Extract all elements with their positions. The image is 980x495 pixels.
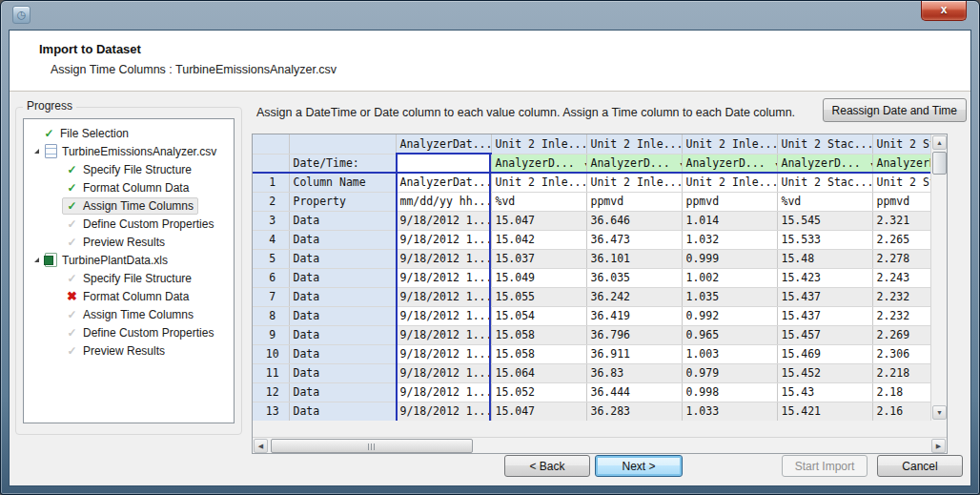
row-number-cell[interactable]: 13 bbox=[253, 402, 289, 421]
datetime-assignment-dropdown[interactable]: AnalyzerD...▾ bbox=[777, 154, 872, 173]
vertical-scroll-thumb[interactable] bbox=[932, 152, 947, 175]
data-cell[interactable]: AnalyzerDat... bbox=[396, 173, 491, 192]
data-cell[interactable]: 1.002 bbox=[682, 268, 777, 287]
data-cell[interactable]: 15.047 bbox=[491, 402, 586, 421]
data-cell[interactable]: 9/18/2012 1... bbox=[396, 344, 491, 363]
data-cell[interactable]: 2.265 bbox=[872, 230, 930, 249]
data-cell[interactable]: 15.052 bbox=[491, 382, 586, 402]
reassign-date-time-button[interactable]: Reassign Date and Time bbox=[823, 98, 967, 122]
expand-triangle-icon[interactable] bbox=[34, 258, 39, 262]
data-cell[interactable]: 15.054 bbox=[491, 306, 586, 325]
row-label-cell[interactable]: Data bbox=[289, 211, 396, 230]
row-number-cell[interactable]: 8 bbox=[253, 306, 289, 325]
data-cell[interactable]: 9/18/2012 1... bbox=[396, 287, 491, 306]
data-cell[interactable]: 2.232 bbox=[872, 287, 930, 306]
scroll-down-icon[interactable]: ▼ bbox=[932, 405, 947, 420]
column-header-cell[interactable]: Unit 2 Inle... bbox=[682, 134, 777, 154]
row-label-cell[interactable]: Data bbox=[289, 382, 396, 402]
data-cell[interactable]: 15.058 bbox=[491, 344, 586, 363]
row-label-cell[interactable]: Data bbox=[289, 325, 396, 344]
data-cell[interactable]: 9/18/2012 1... bbox=[396, 325, 491, 344]
tree-item[interactable]: ✓Preview Results bbox=[24, 233, 234, 251]
data-cell[interactable]: 36.646 bbox=[586, 211, 682, 230]
data-cell[interactable]: 2.278 bbox=[872, 249, 930, 268]
data-cell[interactable]: 36.796 bbox=[586, 325, 682, 344]
data-cell[interactable]: 15.43 bbox=[777, 382, 872, 402]
row-label-cell[interactable]: Column Name bbox=[289, 173, 396, 192]
data-cell[interactable]: 15.064 bbox=[491, 363, 586, 382]
title-bar[interactable]: ◷ x bbox=[1, 1, 979, 30]
data-cell[interactable]: 15.042 bbox=[491, 230, 586, 249]
column-header-cell[interactable]: Unit 2 Stac... bbox=[872, 134, 930, 154]
data-cell[interactable]: 9/18/2012 1... bbox=[396, 249, 491, 268]
tree-item[interactable]: TurbinePlantData.xls bbox=[24, 251, 234, 269]
data-cell[interactable]: 15.437 bbox=[777, 306, 872, 325]
data-cell[interactable]: 9/18/2012 1... bbox=[396, 363, 491, 382]
row-number-cell[interactable]: 1 bbox=[253, 173, 289, 192]
tree-item[interactable]: ✖Format Column Data bbox=[24, 287, 234, 305]
data-cell[interactable]: 15.058 bbox=[491, 325, 586, 344]
datetime-assignment-dropdown[interactable]: AnalyzerD...▾ bbox=[586, 154, 682, 173]
tree-item[interactable]: ✓Define Custom Properties bbox=[24, 215, 234, 233]
data-cell[interactable]: 2.321 bbox=[872, 211, 930, 230]
tree-item[interactable]: ✓Define Custom Properties bbox=[24, 323, 234, 341]
data-cell[interactable]: 2.18 bbox=[872, 382, 930, 402]
data-cell[interactable]: 36.283 bbox=[586, 402, 682, 421]
row-label-cell[interactable]: Data bbox=[289, 249, 396, 268]
data-cell[interactable]: mm/dd/yy hh... bbox=[396, 192, 491, 211]
data-cell[interactable]: 15.452 bbox=[777, 363, 872, 382]
data-cell[interactable]: ppmvd bbox=[586, 192, 682, 211]
scroll-right-icon[interactable]: ▶ bbox=[931, 439, 946, 453]
data-cell[interactable]: 36.242 bbox=[586, 287, 682, 306]
data-cell[interactable]: 2.218 bbox=[872, 363, 930, 382]
column-header-cell[interactable]: Unit 2 Stac... bbox=[777, 134, 872, 154]
data-cell[interactable]: 15.533 bbox=[777, 230, 872, 249]
row-number-cell[interactable]: 9 bbox=[253, 325, 289, 344]
scroll-left-icon[interactable]: ◀ bbox=[254, 439, 268, 453]
row-label-cell[interactable]: Data bbox=[289, 402, 396, 421]
data-cell[interactable]: 15.037 bbox=[491, 249, 586, 268]
tree-item[interactable]: ✓Specify File Structure bbox=[24, 160, 234, 178]
data-cell[interactable]: %vd bbox=[491, 192, 586, 211]
data-cell[interactable]: ppmvd bbox=[872, 192, 930, 211]
tree-item[interactable]: TurbineEmissionsAnalyzer.csv bbox=[24, 142, 234, 160]
row-label-cell[interactable]: Data bbox=[289, 287, 396, 306]
tree-item[interactable]: ✓Assign Time Columns bbox=[24, 196, 234, 215]
data-cell[interactable]: 9/18/2012 1... bbox=[396, 230, 491, 249]
row-number-cell[interactable]: 4 bbox=[253, 230, 289, 249]
vertical-scrollbar[interactable]: ▲ ▼ bbox=[930, 134, 947, 421]
data-cell[interactable]: 1.033 bbox=[682, 402, 777, 421]
row-label-cell[interactable]: Data bbox=[289, 230, 396, 249]
data-cell[interactable]: 36.101 bbox=[586, 249, 682, 268]
data-cell[interactable]: 36.83 bbox=[586, 363, 682, 382]
data-cell[interactable]: 0.992 bbox=[682, 306, 777, 325]
tree-item[interactable]: ✓File Selection bbox=[24, 124, 234, 142]
data-cell[interactable]: 15.48 bbox=[777, 249, 872, 268]
row-number-cell[interactable]: 11 bbox=[253, 363, 289, 382]
data-cell[interactable]: Unit 2 Stac... bbox=[777, 173, 872, 192]
column-header-cell[interactable]: Unit 2 Inle... bbox=[491, 134, 586, 154]
data-cell[interactable]: 9/18/2012 1... bbox=[396, 268, 491, 287]
cancel-button[interactable]: Cancel bbox=[877, 455, 963, 477]
data-cell[interactable]: 2.232 bbox=[872, 306, 930, 325]
data-cell[interactable]: 0.998 bbox=[682, 382, 777, 402]
data-cell[interactable]: 9/18/2012 1... bbox=[396, 306, 491, 325]
row-number-cell[interactable]: 12 bbox=[253, 382, 289, 402]
datetime-assignment-dropdown[interactable]: AnalyzerD...▾ bbox=[872, 154, 930, 173]
row-number-cell[interactable]: 7 bbox=[253, 287, 289, 306]
data-cell[interactable]: 36.473 bbox=[586, 230, 682, 249]
data-cell[interactable]: 2.306 bbox=[872, 344, 930, 363]
close-button[interactable]: x bbox=[921, 1, 967, 21]
row-number-cell[interactable]: 10 bbox=[253, 344, 289, 363]
row-number-cell[interactable]: 3 bbox=[253, 211, 289, 230]
datetime-source-cell[interactable] bbox=[396, 154, 491, 173]
data-cell[interactable]: 15.469 bbox=[777, 344, 872, 363]
data-cell[interactable]: 2.16 bbox=[872, 402, 930, 421]
tree-item[interactable]: ✓Preview Results bbox=[24, 341, 234, 360]
tree-item[interactable]: ✓Specify File Structure bbox=[24, 269, 234, 287]
data-cell[interactable]: 15.545 bbox=[777, 211, 872, 230]
next-button[interactable]: Next > bbox=[595, 455, 683, 477]
row-label-cell[interactable]: Property bbox=[289, 192, 396, 211]
tree-item[interactable]: ✓Assign Time Columns bbox=[24, 305, 234, 323]
data-cell[interactable]: 0.965 bbox=[682, 325, 777, 344]
